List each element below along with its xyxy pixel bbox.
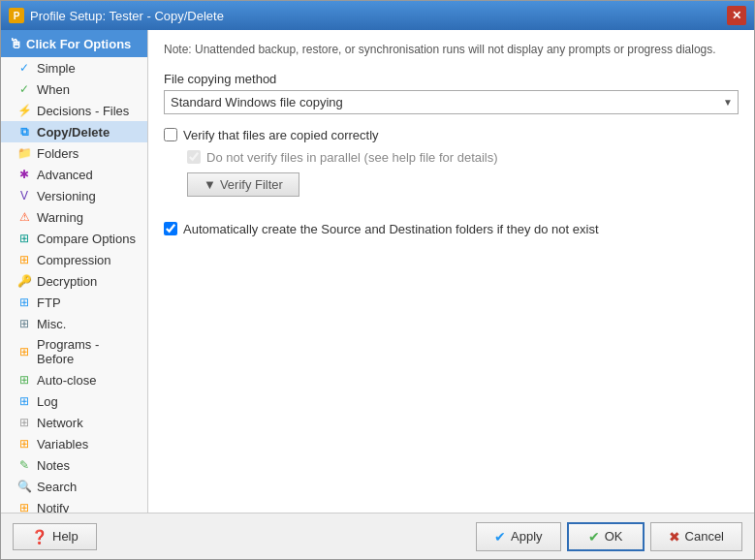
cancel-label: Cancel [685,529,724,544]
sidebar-item-variables[interactable]: ⊞Variables [1,433,147,454]
sidebar-item-compression[interactable]: ⊞Compression [1,249,147,270]
variables-icon: ⊞ [16,436,32,451]
sidebar-item-decisions[interactable]: ⚡Decisions - Files [1,100,147,121]
variables-label: Variables [37,437,88,451]
sidebar-header[interactable]: 🖱 Click For Options [1,30,147,57]
versioning-label: Versioning [37,189,96,203]
advanced-label: Advanced [37,168,93,182]
when-label: When [37,82,70,97]
cancel-button[interactable]: ✖ Cancel [650,522,742,551]
search-label: Search [37,480,77,494]
network-icon: ⊞ [16,415,32,430]
window-title: Profile Setup: Tester - Copy/Delete [30,9,224,23]
cancel-icon: ✖ [669,529,680,544]
copydel-icon: ⧉ [16,124,32,140]
verify-files-row: Verify that files are copied correctly [164,128,739,142]
footer-right-buttons: ✔ Apply ✔ OK ✖ Cancel [476,522,742,551]
simple-icon: ✓ [16,60,32,76]
auto-create-row: Automatically create the Source and Dest… [164,222,739,236]
parallel-verify-checkbox[interactable] [187,150,201,164]
decryption-label: Decryption [37,274,97,289]
verify-filter-button[interactable]: ▼ Verify Filter [187,172,299,197]
notes-label: Notes [37,458,70,473]
copydel-label: Copy/Delete [37,125,110,140]
programs-label: Programs - Before [37,337,140,366]
help-icon: ❓ [31,529,47,544]
decisions-label: Decisions - Files [37,104,129,118]
verify-filter-label: Verify Filter [220,177,283,192]
sidebar-item-compare[interactable]: ⊞Compare Options [1,228,147,249]
content-area: Note: Unattended backup, restore, or syn… [148,30,754,513]
sidebar-item-warning[interactable]: ⚠Warning [1,206,147,228]
misc-label: Misc. [37,317,66,331]
network-label: Network [37,416,83,430]
ok-label: OK [605,529,623,544]
sidebar-items: ✓Simple✓When⚡Decisions - Files⧉Copy/Dele… [1,57,147,513]
window-body: 🖱 Click For Options ✓Simple✓When⚡Decisio… [1,30,754,559]
programs-icon: ⊞ [16,344,32,359]
file-copying-label: File copying method [164,72,739,86]
autoclose-label: Auto-close [37,373,96,388]
file-copying-group: File copying method Standard Windows fil… [164,72,739,114]
sidebar-item-simple[interactable]: ✓Simple [1,57,147,78]
window-icon: P [9,8,24,23]
sidebar-item-ftp[interactable]: ⊞FTP [1,292,147,313]
versioning-icon: V [16,188,32,203]
warning-icon: ⚠ [16,209,32,225]
title-bar: P Profile Setup: Tester - Copy/Delete ✕ [1,1,754,30]
sidebar-item-advanced[interactable]: ✱Advanced [1,164,147,185]
separator [164,210,739,222]
notify-label: Notify [37,501,69,513]
sidebar-item-decryption[interactable]: 🔑Decryption [1,270,147,292]
verify-files-label[interactable]: Verify that files are copied correctly [183,128,379,142]
sidebar-item-misc[interactable]: ⊞Misc. [1,313,147,334]
help-label: Help [52,529,79,544]
sidebar-item-versioning[interactable]: VVersioning [1,185,147,206]
decryption-icon: 🔑 [16,273,32,289]
auto-create-label[interactable]: Automatically create the Source and Dest… [183,222,599,236]
sidebar-header-label: Click For Options [26,37,131,51]
sidebar-item-programs[interactable]: ⊞Programs - Before [1,334,147,369]
decisions-icon: ⚡ [16,103,32,118]
note-text: Note: Unattended backup, restore, or syn… [164,42,739,58]
parallel-verify-label[interactable]: Do not verify files in parallel (see hel… [206,150,498,165]
sidebar-item-when[interactable]: ✓When [1,78,147,100]
close-button[interactable]: ✕ [727,6,746,25]
sidebar-item-notes[interactable]: ✎Notes [1,454,147,476]
apply-icon: ✔ [494,529,506,544]
auto-create-checkbox[interactable] [164,222,177,235]
notes-icon: ✎ [16,457,32,473]
log-icon: ⊞ [16,393,32,409]
file-copying-select-wrapper: Standard Windows file copyingWindows Rob… [164,90,739,114]
sidebar-header-icon: 🖱 [9,36,22,51]
filter-icon: ▼ [204,177,216,192]
apply-label: Apply [511,529,543,544]
verify-files-checkbox[interactable] [164,128,177,141]
ok-icon: ✔ [588,529,600,544]
sidebar-item-search[interactable]: 🔍Search [1,476,147,497]
help-button[interactable]: ❓ Help [13,523,97,550]
title-bar-left: P Profile Setup: Tester - Copy/Delete [9,8,224,23]
compare-icon: ⊞ [16,231,32,246]
ftp-icon: ⊞ [16,295,32,310]
sidebar-item-network[interactable]: ⊞Network [1,412,147,433]
main-content: 🖱 Click For Options ✓Simple✓When⚡Decisio… [1,30,754,513]
sidebar: 🖱 Click For Options ✓Simple✓When⚡Decisio… [1,30,148,513]
sidebar-item-log[interactable]: ⊞Log [1,390,147,412]
apply-button[interactable]: ✔ Apply [476,522,561,551]
sidebar-item-notify[interactable]: ⊞Notify [1,497,147,513]
sidebar-item-copydel[interactable]: ⧉Copy/Delete [1,121,147,142]
ok-button[interactable]: ✔ OK [567,522,645,551]
main-window: P Profile Setup: Tester - Copy/Delete ✕ … [0,0,755,560]
misc-icon: ⊞ [16,316,32,331]
sidebar-item-autoclose[interactable]: ⊞Auto-close [1,369,147,390]
compression-icon: ⊞ [16,252,32,267]
ftp-label: FTP [37,296,61,310]
compression-label: Compression [37,253,111,267]
simple-label: Simple [37,61,76,76]
sidebar-item-folders[interactable]: 📁Folders [1,142,147,164]
advanced-icon: ✱ [16,167,32,182]
compare-label: Compare Options [37,232,136,246]
file-copying-select[interactable]: Standard Windows file copyingWindows Rob… [164,90,739,114]
autoclose-icon: ⊞ [16,372,32,388]
